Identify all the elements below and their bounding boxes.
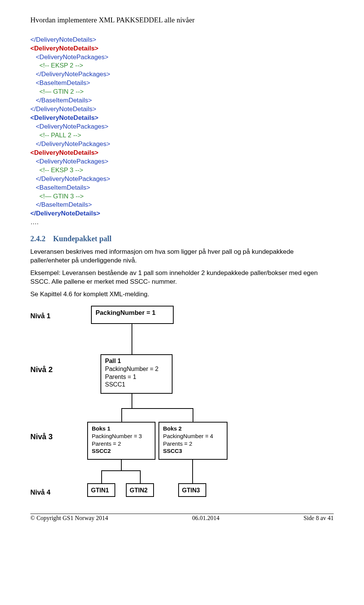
xml-comment: <!-- EKSP 2 --> <box>39 62 83 69</box>
xml-line: </DeliveryNoteDetails> <box>30 210 100 217</box>
connector-line <box>140 470 141 483</box>
section-heading: 2.4.2 Kundepakket pall <box>30 234 334 244</box>
box-text: Parents = 2 <box>92 440 151 448</box>
footer-center: 06.01.2014 <box>192 514 220 522</box>
connector-line <box>101 470 102 483</box>
box-text: Boks 1 <box>92 425 151 432</box>
xml-comment: <!— GTIN 3 --> <box>39 193 84 200</box>
paragraph: Leveransen beskrives med informasjon om … <box>30 248 334 265</box>
connector-line <box>101 470 141 471</box>
page-header-title: Hvordan implementere XML PAKKSEDDEL alle… <box>30 15 334 25</box>
box-text: Parents = 1 <box>105 373 168 381</box>
level-4-label: Nivå 4 <box>30 488 50 497</box>
connector-line <box>192 460 193 483</box>
xml-line: <DeliveryNotePackages> <box>36 53 108 61</box>
hierarchy-diagram: Nivå 1 Nivå 2 Nivå 3 Nivå 4 PackingNumbe… <box>30 306 334 507</box>
box-pall-1: Pall 1 PackingNumber = 2 Parents = 1 SSC… <box>100 354 173 394</box>
box-text: PackingNumber = 4 <box>163 432 223 440</box>
box-text: Parents = 2 <box>163 440 223 448</box>
xml-line: <DeliveryNoteDetails> <box>30 149 99 156</box>
box-text: PackingNumber = 3 <box>92 432 151 440</box>
box-gtin3: GTIN3 <box>178 483 206 497</box>
box-gtin2: GTIN2 <box>126 483 154 497</box>
xml-comment: <!— GTIN 2 --> <box>39 88 84 95</box>
connector-line <box>121 460 122 470</box>
box-text: SSCC3 <box>163 447 223 455</box>
xml-code-block: </DeliveryNoteDetails> <DeliveryNoteDeta… <box>30 36 334 227</box>
xml-line: </DeliveryNoteDetails> <box>30 36 96 43</box>
connector-line <box>121 408 122 422</box>
xml-line: …. <box>30 218 39 226</box>
section-title: Kundepakket pall <box>53 234 111 243</box>
xml-line: <DeliveryNotePackages> <box>36 123 108 130</box>
page-footer: © Copyright GS1 Norway 2014 06.01.2014 S… <box>30 514 334 522</box>
connector-line <box>121 408 193 409</box>
box-text: PackingNumber = 1 <box>96 309 169 317</box>
connector-line <box>132 394 132 408</box>
connector-line <box>132 324 132 354</box>
paragraph: Eksempel: Leveransen bestående av 1 pall… <box>30 269 334 286</box>
xml-line: </DeliveryNotePackages> <box>36 140 110 148</box>
xml-comment: <!-- PALL 2 --> <box>39 132 82 139</box>
xml-line: </BaseItemDetails> <box>36 97 92 104</box>
footer-left: © Copyright GS1 Norway 2014 <box>30 514 108 522</box>
paragraph: Se Kapittel 4.6 for komplett XML-melding… <box>30 290 334 299</box>
box-text: SSCC2 <box>92 447 151 455</box>
connector-line <box>193 408 193 422</box>
xml-line: <DeliveryNotePackages> <box>36 158 108 165</box>
xml-line: </BaseItemDetails> <box>36 201 92 208</box>
xml-line: <BaseItemDetails> <box>36 184 90 191</box>
box-text: SSCC1 <box>105 381 168 389</box>
level-1-label: Nivå 1 <box>30 311 50 321</box>
level-3-label: Nivå 3 <box>30 432 53 442</box>
xml-line: </DeliveryNoteDetails> <box>30 105 96 113</box>
box-boks-1: Boks 1 PackingNumber = 3 Parents = 2 SSC… <box>87 422 155 460</box>
xml-line: <DeliveryNoteDetails> <box>30 114 99 121</box>
xml-line: <BaseItemDetails> <box>36 79 90 86</box>
section-number: 2.4.2 <box>30 234 46 243</box>
box-packing-1: PackingNumber = 1 <box>91 306 174 324</box>
xml-line: </DeliveryNotePackages> <box>36 71 110 78</box>
box-gtin1: GTIN1 <box>87 483 115 497</box>
box-text: Boks 2 <box>163 425 223 432</box>
xml-line: <DeliveryNoteDetails> <box>30 45 99 52</box>
box-text: Pall 1 <box>105 357 168 365</box>
xml-line: </DeliveryNotePackages> <box>36 175 110 182</box>
box-text: PackingNumber = 2 <box>105 365 168 373</box>
xml-comment: <!-- EKSP 3 --> <box>39 167 83 174</box>
level-2-label: Nivå 2 <box>30 365 53 375</box>
footer-right: Side 8 av 41 <box>303 514 334 522</box>
box-boks-2: Boks 2 PackingNumber = 4 Parents = 2 SSC… <box>158 422 228 460</box>
